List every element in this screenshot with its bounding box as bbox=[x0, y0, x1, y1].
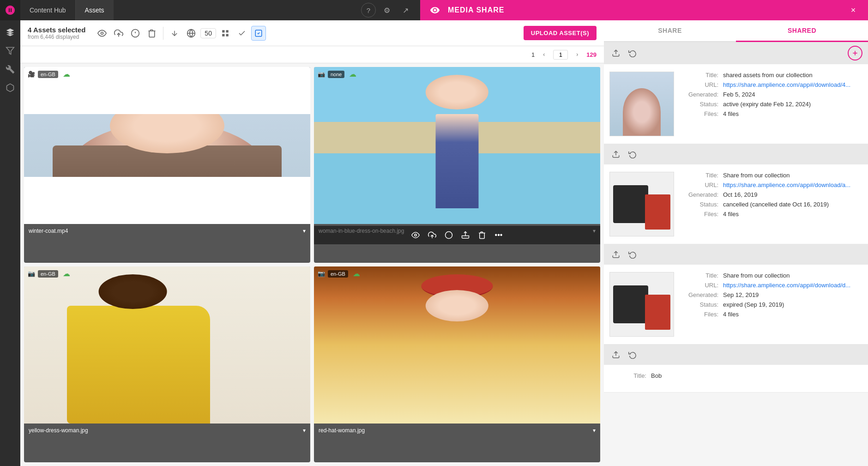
svg-rect-12 bbox=[226, 34, 228, 36]
shared-title-1: shared assets from our clollection bbox=[723, 72, 862, 79]
svg-point-1 bbox=[101, 32, 103, 34]
hover-upload-icon[interactable] bbox=[426, 229, 439, 242]
shared-item-toolbar-1 bbox=[604, 42, 868, 64]
files-label-1: Files: bbox=[681, 110, 723, 117]
asset-chevron-1[interactable]: ▾ bbox=[303, 228, 306, 234]
url-label-3: URL: bbox=[681, 282, 723, 289]
shared-export-icon-1[interactable] bbox=[609, 47, 622, 60]
asset-card-1[interactable]: 🎥 en-GB ☁ winter-coat.mp4 ▾ bbox=[24, 67, 310, 263]
assets-nav[interactable]: Assets bbox=[76, 0, 114, 20]
media-share-eye-icon bbox=[428, 3, 442, 18]
new-share-button-1[interactable] bbox=[848, 46, 862, 61]
page-next-btn[interactable]: › bbox=[572, 49, 583, 60]
asset-type-image-icon-2: 📷 bbox=[318, 71, 325, 78]
download-icon[interactable] bbox=[128, 26, 143, 41]
shared-thumb-2 bbox=[609, 172, 674, 236]
globe-icon[interactable] bbox=[184, 26, 199, 41]
content-hub-nav[interactable]: Content Hub bbox=[20, 0, 76, 20]
asset-cloud-icon: ☁ bbox=[63, 70, 70, 79]
checkbox-icon[interactable] bbox=[235, 26, 249, 41]
settings-icon[interactable]: ⚙ bbox=[380, 3, 394, 18]
generated-label-2: Generated: bbox=[681, 191, 723, 198]
selection-sub: from 6,446 displayed bbox=[28, 34, 85, 40]
shared-title-2: Share from our collection bbox=[723, 172, 862, 179]
url-label-1: URL: bbox=[681, 81, 723, 88]
selection-info: 4 Assets selected from 6,446 displayed bbox=[28, 26, 85, 40]
status-label-2: Status: bbox=[681, 201, 723, 208]
shared-export-icon-2[interactable] bbox=[609, 148, 622, 161]
shared-refresh-icon-1[interactable] bbox=[626, 47, 639, 60]
shared-generated-2: Oct 16, 2019 bbox=[723, 191, 862, 198]
media-share-title: MEDIA SHARE bbox=[448, 6, 504, 14]
page-prev-btn[interactable]: ‹ bbox=[538, 49, 549, 60]
shared-item-body-1: Title: shared assets from our clollectio… bbox=[604, 64, 868, 144]
generated-label-1: Generated: bbox=[681, 91, 723, 98]
title-label-2: Title: bbox=[681, 172, 723, 179]
asset-card-4[interactable]: 📷 en-GB ☁ red-hat-woman.jpg ▾ bbox=[314, 266, 600, 462]
shared-refresh-icon-3[interactable] bbox=[626, 248, 639, 261]
sidebar-icon-tools[interactable] bbox=[2, 61, 18, 78]
select-icon[interactable] bbox=[251, 26, 266, 41]
shared-status-3: expired (Sep 19, 2019) bbox=[723, 301, 862, 308]
files-label-3: Files: bbox=[681, 311, 723, 318]
svg-rect-11 bbox=[222, 34, 224, 36]
shared-files-2: 4 files bbox=[723, 211, 862, 218]
grid-view-icon[interactable] bbox=[218, 26, 233, 41]
delete-icon[interactable] bbox=[145, 26, 159, 41]
svg-rect-9 bbox=[222, 30, 224, 32]
shared-url-1[interactable]: https://share.amplience.com/app#/downloa… bbox=[723, 81, 862, 88]
asset-card-3[interactable]: 📷 en-GB ☁ yellow-dress-woman.jpg ▾ bbox=[24, 266, 310, 462]
asset-chevron-3[interactable]: ▾ bbox=[303, 427, 306, 434]
shared-export-icon-4[interactable] bbox=[609, 348, 622, 361]
shared-item-body-4: Title: Bob bbox=[604, 365, 868, 393]
sort-icon[interactable] bbox=[167, 26, 182, 41]
shared-thumb-1 bbox=[609, 72, 674, 136]
svg-rect-10 bbox=[226, 30, 228, 32]
shared-url-2[interactable]: https://share.amplience.com/app#/downloa… bbox=[723, 182, 862, 188]
asset-filename-3: yellow-dress-woman.jpg bbox=[29, 427, 88, 434]
status-label-3: Status: bbox=[681, 301, 723, 308]
asset-filename-4: red-hat-woman.jpg bbox=[319, 427, 365, 434]
shared-refresh-icon-2[interactable] bbox=[626, 148, 639, 161]
tab-share[interactable]: SHARE bbox=[604, 20, 736, 41]
shared-item-toolbar-2 bbox=[604, 144, 868, 164]
sidebar-icon-layers[interactable] bbox=[2, 24, 18, 41]
shared-title-4: Bob bbox=[651, 372, 862, 379]
media-share-close-icon[interactable]: × bbox=[846, 3, 861, 18]
sidebar-icon-filter[interactable] bbox=[2, 42, 18, 59]
shared-item-body-2: Title: Share from our collection URL: ht… bbox=[604, 164, 868, 244]
upload-assets-button[interactable]: UPLOAD ASSET(S) bbox=[524, 26, 597, 40]
hover-preview-icon[interactable] bbox=[409, 229, 422, 242]
shared-export-icon-3[interactable] bbox=[609, 248, 622, 261]
title-label-3: Title: bbox=[681, 272, 723, 279]
asset-chevron-4[interactable]: ▾ bbox=[593, 427, 596, 434]
tab-shared[interactable]: SHARED bbox=[736, 20, 868, 42]
count-badge: 50 bbox=[200, 28, 216, 38]
page-total: 129 bbox=[586, 51, 597, 58]
upload-icon[interactable] bbox=[111, 26, 126, 41]
asset-cloud-icon-3: ☁ bbox=[63, 269, 70, 278]
page-input[interactable] bbox=[553, 50, 568, 60]
shared-item-toolbar-3 bbox=[604, 244, 868, 265]
asset-type-video-icon: 🎥 bbox=[28, 71, 35, 78]
shared-files-3: 4 files bbox=[723, 311, 862, 318]
files-label-2: Files: bbox=[681, 211, 723, 218]
svg-point-16 bbox=[446, 232, 452, 239]
sidebar-icon-box[interactable] bbox=[2, 79, 18, 96]
hover-delete-icon[interactable] bbox=[476, 229, 488, 242]
hover-info-icon[interactable] bbox=[459, 229, 472, 242]
hover-more-icon[interactable]: ••• bbox=[492, 229, 505, 242]
asset-card-2[interactable]: 📷 none ☁ bbox=[314, 67, 600, 263]
asset-locale-badge: en-GB bbox=[38, 71, 58, 78]
shared-status-2: cancelled (cancelled date Oct 16, 2019) bbox=[723, 201, 862, 208]
help-icon[interactable]: ? bbox=[361, 3, 376, 18]
preview-icon[interactable] bbox=[95, 26, 109, 41]
shared-refresh-icon-4[interactable] bbox=[626, 348, 639, 361]
asset-cloud-icon-2: ☁ bbox=[349, 70, 356, 79]
shared-url-3[interactable]: https://share.amplience.com/app#/downloa… bbox=[723, 282, 862, 289]
share-nav-icon[interactable]: ↗ bbox=[398, 3, 413, 18]
asset-cloud-icon-4: ☁ bbox=[353, 269, 360, 278]
asset-type-image-icon-4: 📷 bbox=[318, 270, 325, 277]
hover-download-icon[interactable] bbox=[442, 229, 455, 242]
svg-point-14 bbox=[415, 234, 417, 236]
